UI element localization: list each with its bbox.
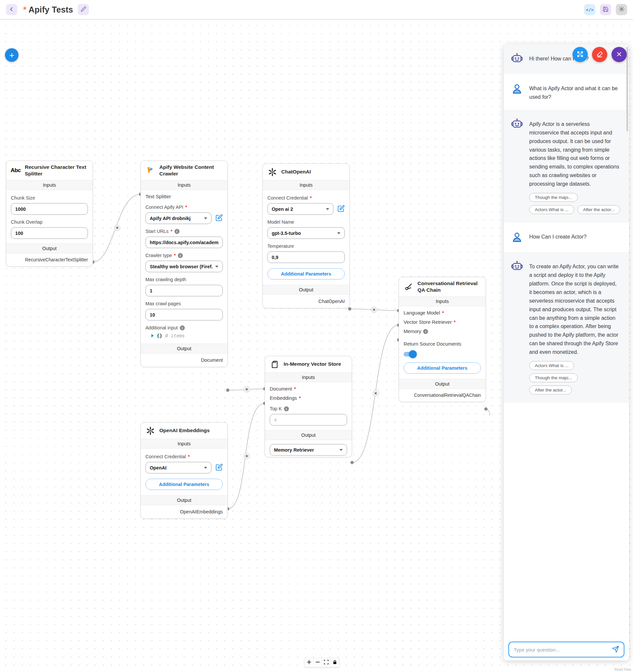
required-marker: * bbox=[174, 253, 176, 258]
max-crawling-depth-input[interactable] bbox=[145, 285, 223, 296]
edit-credential-button[interactable] bbox=[337, 205, 345, 213]
handle-qachain-output[interactable] bbox=[484, 407, 488, 411]
view-code-button[interactable]: </> bbox=[584, 4, 595, 15]
output-anchor-label: ChatOpenAI bbox=[263, 295, 349, 308]
field-chunk-overlap: Chunk Overlap bbox=[11, 219, 88, 239]
output-type-select[interactable]: Memory Retriever bbox=[270, 444, 347, 456]
message-text: Apify Actor is a serverless microservice… bbox=[529, 120, 620, 188]
header: * Apify Tests </> bbox=[0, 0, 633, 20]
apify-credential-select[interactable]: Apify API drobnikj bbox=[145, 212, 212, 224]
additional-parameters-button[interactable]: Additional Parameters bbox=[267, 268, 345, 280]
source-chip[interactable]: Actors What is ... bbox=[529, 205, 574, 214]
canvas-controls bbox=[304, 658, 339, 667]
node-header: OpenAI Embeddings bbox=[141, 423, 228, 439]
send-button[interactable] bbox=[612, 646, 619, 654]
back-button[interactable] bbox=[6, 4, 17, 15]
handle-crawler-document-output[interactable] bbox=[226, 388, 229, 392]
field-connect-credential: Connect Credential* OpenAI bbox=[145, 454, 223, 474]
edge-delete-button[interactable]: ✕ bbox=[243, 453, 250, 459]
inputs-band: Inputs bbox=[399, 296, 486, 306]
chat-input-bar bbox=[504, 642, 629, 661]
field-label: Temperature bbox=[267, 243, 294, 249]
additional-parameters-button[interactable]: Additional Parameters bbox=[145, 479, 223, 490]
chat-message-list[interactable]: Hi there! How can I help? What is Apify … bbox=[504, 44, 629, 642]
inputs-band: Inputs bbox=[6, 180, 93, 190]
node-openai-embeddings[interactable]: OpenAI Embeddings Inputs Connect Credent… bbox=[140, 422, 228, 519]
handle-vstore-retriever-output[interactable] bbox=[350, 461, 354, 464]
save-icon bbox=[603, 6, 609, 13]
page-title: Apify Tests bbox=[28, 5, 73, 15]
node-chatopenai[interactable]: ChatOpenAI Inputs Connect Credential* Op… bbox=[262, 164, 350, 308]
node-recursive-character-text-splitter[interactable]: Abc Recursive Character Text Splitter In… bbox=[6, 161, 93, 267]
settings-button[interactable] bbox=[616, 4, 627, 15]
json-editor-row[interactable]: {} 0 items bbox=[151, 333, 218, 338]
edge-delete-button[interactable]: ✕ bbox=[114, 225, 120, 231]
chat-message-user: What is Apify Actor and what it can be u… bbox=[504, 74, 629, 110]
code-icon: </> bbox=[586, 7, 593, 12]
node-in-memory-vector-store[interactable]: In-Memory Vector Store Inputs Document* … bbox=[265, 356, 352, 457]
chevron-down-icon bbox=[339, 449, 343, 451]
field-label: Chunk Size bbox=[11, 195, 35, 200]
input-anchor-embeddings: Embeddings* bbox=[265, 392, 352, 402]
field-start-urls: Start URLs* bbox=[145, 229, 223, 248]
edge-delete-button[interactable]: ✕ bbox=[373, 390, 379, 397]
start-urls-input[interactable] bbox=[145, 237, 223, 248]
lock-icon bbox=[332, 660, 337, 665]
node-conversational-retrieval-qa-chain[interactable]: Conversational Retrieval QA Chain Inputs… bbox=[399, 277, 486, 402]
expand-icon bbox=[577, 51, 584, 59]
output-band: Output bbox=[6, 243, 93, 254]
flow-canvas[interactable]: ✕ ✕ ✕ ✕ ✕ + Abc Recursive Character Text… bbox=[0, 20, 633, 672]
zoom-out-button[interactable] bbox=[313, 658, 322, 667]
edit-title-button[interactable] bbox=[78, 4, 89, 15]
field-label: Connect Credential bbox=[145, 454, 186, 459]
edit-credential-button[interactable] bbox=[215, 463, 223, 472]
return-source-documents-toggle[interactable] bbox=[404, 351, 418, 357]
chat-scrollbar[interactable] bbox=[626, 47, 628, 131]
info-icon bbox=[180, 326, 185, 330]
required-marker: * bbox=[299, 395, 301, 401]
source-chip[interactable]: Though the majo... bbox=[529, 193, 578, 202]
openai-credential-select[interactable]: OpenAI bbox=[145, 462, 212, 474]
clear-chat-button[interactable] bbox=[592, 47, 607, 62]
additional-parameters-button[interactable]: Additional Parameters bbox=[404, 362, 481, 374]
lock-button[interactable] bbox=[331, 658, 339, 667]
required-marker: * bbox=[294, 386, 296, 391]
node-title: OpenAI Embeddings bbox=[159, 427, 210, 434]
chunk-overlap-input[interactable] bbox=[11, 227, 88, 239]
source-chip[interactable]: Though the majo... bbox=[529, 373, 578, 382]
edit-credential-button[interactable] bbox=[215, 214, 223, 222]
node-header: In-Memory Vector Store bbox=[265, 356, 352, 373]
chat-question-input[interactable] bbox=[514, 647, 609, 652]
output-anchor-label: ConversationalRetrievalQAChain bbox=[399, 389, 486, 402]
edit-pencil-icon bbox=[337, 205, 345, 213]
close-chat-button[interactable] bbox=[611, 47, 627, 62]
top-k-input[interactable] bbox=[270, 414, 347, 426]
fit-view-button[interactable] bbox=[322, 658, 331, 667]
node-header: ChatOpenAI bbox=[263, 164, 349, 180]
field-crawler-type: Crawler type* Stealthy web browser (Fire… bbox=[145, 253, 223, 272]
source-chip[interactable]: After the actor... bbox=[578, 205, 620, 214]
node-header: Apify Website Content Crawler bbox=[141, 161, 228, 180]
max-crawl-pages-input[interactable] bbox=[145, 309, 223, 320]
crawler-type-select[interactable]: Stealthy web browser (Firef... bbox=[145, 261, 223, 272]
output-band: Output bbox=[141, 495, 228, 505]
chunk-size-input[interactable] bbox=[11, 203, 88, 215]
node-apify-website-content-crawler[interactable]: Apify Website Content Crawler Inputs Tex… bbox=[140, 161, 228, 367]
field-label: Model Name bbox=[267, 219, 294, 225]
edge-delete-button[interactable]: ✕ bbox=[371, 307, 377, 313]
zoom-in-button[interactable] bbox=[305, 658, 313, 667]
source-chip[interactable]: Actors What is ... bbox=[529, 361, 574, 370]
edge-delete-button[interactable]: ✕ bbox=[243, 386, 250, 392]
output-band: Output bbox=[265, 430, 352, 440]
openai-credential-select[interactable]: Open ai 2 bbox=[267, 203, 333, 215]
unsaved-marker: * bbox=[23, 5, 26, 15]
add-node-button[interactable]: + bbox=[5, 48, 19, 62]
node-title: Apify Website Content Crawler bbox=[159, 164, 223, 177]
save-button[interactable] bbox=[600, 4, 611, 15]
model-name-select[interactable]: gpt-3.5-turbo bbox=[267, 227, 345, 239]
source-chip[interactable]: After the actor... bbox=[529, 386, 572, 394]
fullscreen-chat-button[interactable] bbox=[572, 47, 588, 62]
inputs-band: Inputs bbox=[263, 180, 349, 190]
temperature-input[interactable] bbox=[267, 251, 345, 263]
input-anchor-memory: Memory bbox=[399, 326, 486, 335]
